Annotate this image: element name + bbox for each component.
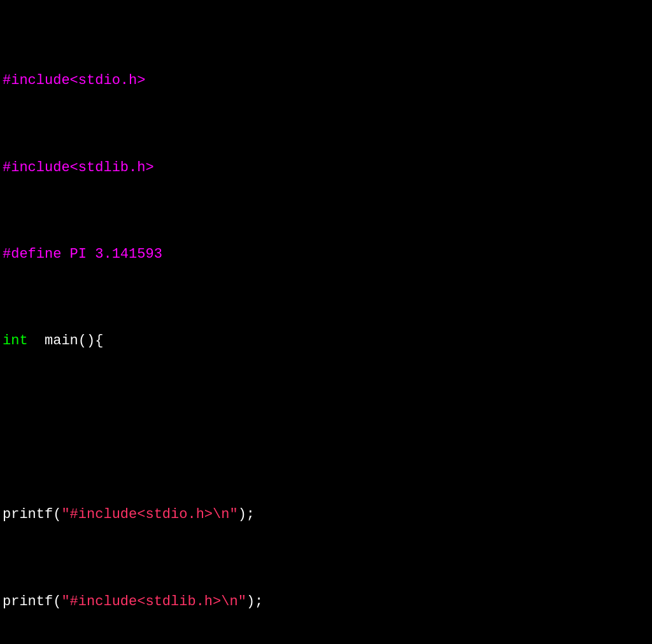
code-text: ); <box>238 507 255 522</box>
code-editor: #include<stdio.h> #include<stdlib.h> #de… <box>3 5 652 644</box>
code-text: int <box>3 333 28 349</box>
code-text: printf( <box>3 507 61 522</box>
code-line-6: printf("#include<stdio.h>\n"); <box>3 504 652 526</box>
code-line-5 <box>3 417 652 439</box>
code-text: #define PI 3.141593 <box>3 246 162 262</box>
code-text: "#include<stdlib.h>\n" <box>61 594 246 610</box>
code-line-2: #include<stdlib.h> <box>3 157 652 179</box>
code-line-3: #define PI 3.141593 <box>3 244 652 265</box>
code-text: ); <box>246 594 263 610</box>
code-text: #include<stdlib.h> <box>3 160 154 176</box>
code-text: printf( <box>3 594 61 610</box>
code-text: "#include<stdio.h>\n" <box>61 507 237 522</box>
code-text: #include<stdio.h> <box>3 73 145 88</box>
code-line-4: int main(){ <box>3 330 652 352</box>
code-line-1: #include<stdio.h> <box>3 70 652 92</box>
code-line-7: printf("#include<stdlib.h>\n"); <box>3 591 652 613</box>
code-text: main(){ <box>28 333 104 349</box>
